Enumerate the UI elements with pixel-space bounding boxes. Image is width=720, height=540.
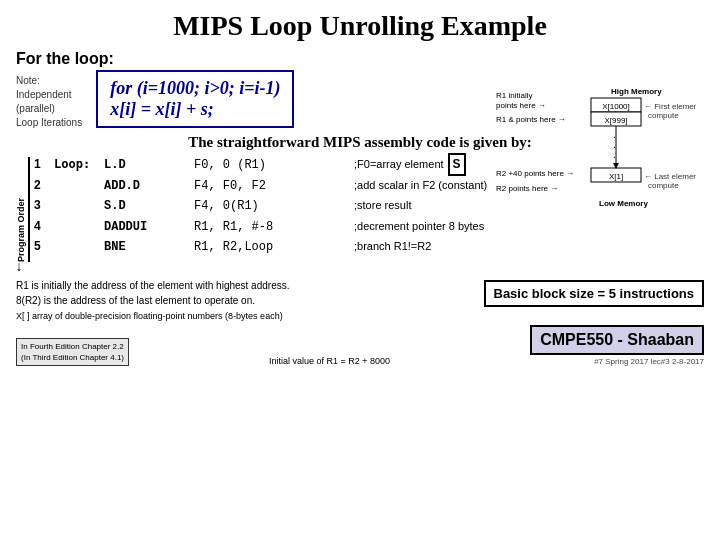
- program-order-label: Program Order: [16, 157, 30, 262]
- edition-line-2: (In Third Edition Chapter 4.1): [21, 352, 124, 363]
- r2-40-label: R2 +40 points here →: [496, 169, 574, 178]
- r2-points-label: R2 points here →: [496, 184, 558, 193]
- last-element-label2: compute: [648, 181, 679, 190]
- r1-line-2: 8(R2) is the address of the last element…: [16, 293, 474, 308]
- asm-operands-4: R1, R1, #-8: [194, 218, 354, 237]
- edition-box: In Fourth Edition Chapter 2.2 (In Third …: [16, 338, 129, 366]
- first-element-label2: compute: [648, 111, 679, 120]
- note-label-2: Independent: [16, 88, 82, 102]
- low-mem-label: Low Memory: [599, 199, 648, 208]
- footer-row: In Fourth Edition Chapter 2.2 (In Third …: [16, 325, 704, 366]
- asm-comment-3: ;store result: [354, 197, 411, 215]
- points-here-label: points here →: [496, 101, 546, 110]
- asm-instr-3: S.D: [104, 197, 194, 216]
- asm-num-5: 5: [34, 237, 54, 256]
- note-label-1: Note:: [16, 74, 82, 88]
- for-loop-bullet: For the loop:: [16, 50, 114, 68]
- code-box: for (i=1000; i>0; i=i-1) x[i] = x[i] + s…: [96, 70, 294, 128]
- cmpe-section: CMPE550 - Shaaban #7 Spring 2017 lec#3 2…: [530, 325, 704, 366]
- x1000-label: X[1000]: [602, 102, 630, 111]
- asm-operands-3: F4, 0(R1): [194, 197, 354, 216]
- asm-comment-1: ;F0=array element: [354, 156, 444, 174]
- hash-info: #7 Spring 2017 lec#3 2-8-2017: [594, 357, 704, 366]
- x-array-text: X[ ] array of double-precision floating-…: [16, 311, 704, 321]
- asm-comment-5: ;branch R1!=R2: [354, 238, 431, 256]
- asm-label-1: Loop:: [54, 155, 104, 174]
- asm-instr-1: L.D: [104, 156, 194, 175]
- asm-comment-2: ;add scalar in F2 (constant): [354, 177, 487, 195]
- r1-initially-label: R1 initially: [496, 91, 532, 100]
- asm-operands-5: R1, R2,Loop: [194, 238, 354, 257]
- asm-num-4: 4: [34, 217, 54, 236]
- basic-block-text: Basic block size = 5 instructions: [494, 286, 695, 301]
- asm-num-2: 2: [34, 176, 54, 195]
- edition-line-1: In Fourth Edition Chapter 2.2: [21, 341, 124, 352]
- asm-operands-1: F0, 0 (R1): [194, 156, 354, 175]
- bottom-section: R1 is initially the address of the eleme…: [16, 278, 704, 308]
- asm-instr-2: ADD.D: [104, 177, 194, 196]
- asm-num-1: 1: [34, 155, 54, 174]
- high-mem-label: High Memory: [611, 87, 662, 96]
- memory-diagram: R1 initially points here → R1 & points h…: [496, 86, 696, 245]
- first-element-label: ← First element to: [644, 102, 696, 111]
- basic-block-box: Basic block size = 5 instructions: [484, 280, 705, 307]
- r1-8-label: R1 & points here →: [496, 115, 566, 124]
- asm-comment-4: ;decrement pointer 8 bytes: [354, 218, 484, 236]
- initial-value-text: Initial value of R1 = R2 + 8000: [139, 356, 520, 366]
- code-line-2: x[i] = x[i] + s;: [110, 99, 280, 120]
- asm-instr-5: BNE: [104, 238, 194, 257]
- page-title: MIPS Loop Unrolling Example: [16, 10, 704, 42]
- dots-3: .: [613, 149, 616, 160]
- cmpe-box: CMPE550 - Shaaban: [530, 325, 704, 355]
- last-element-label: ← Last element to: [644, 172, 696, 181]
- x1-label: X[1]: [609, 172, 623, 181]
- asm-instr-4: DADDUI: [104, 218, 194, 237]
- note-label-4: Loop Iterations: [16, 116, 82, 130]
- r1-info: R1 is initially the address of the eleme…: [16, 278, 474, 308]
- asm-num-3: 3: [34, 196, 54, 215]
- x999-label: X[999]: [604, 116, 627, 125]
- note-label-3: (parallel): [16, 102, 82, 116]
- code-line-1: for (i=1000; i>0; i=i-1): [110, 78, 280, 99]
- r1-line-1: R1 is initially the address of the eleme…: [16, 278, 474, 293]
- asm-operands-2: F4, F0, F2: [194, 177, 354, 196]
- s-badge: S: [448, 153, 466, 176]
- initial-value-label: Initial value of R1 = R2 + 8000: [269, 356, 390, 366]
